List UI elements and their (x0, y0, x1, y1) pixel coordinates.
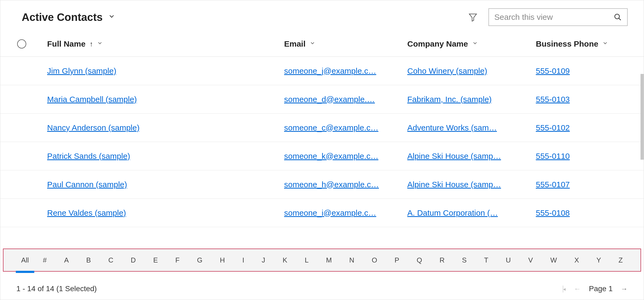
alpha-filter-letter[interactable]: I (241, 254, 246, 266)
alpha-filter-letter[interactable]: P (393, 254, 401, 266)
column-header-company[interactable]: Company Name (407, 39, 536, 48)
email-link[interactable]: someone_c@example.c… (284, 123, 378, 132)
view-title-text: Active Contacts (22, 11, 103, 23)
column-label: Business Phone (536, 39, 598, 48)
email-link[interactable]: someone_d@example.… (284, 95, 375, 104)
header-right (468, 8, 628, 26)
full-name-link[interactable]: Paul Cannon (sample) (47, 180, 127, 189)
column-label: Full Name (47, 39, 85, 48)
phone-link[interactable]: 555-0108 (536, 208, 570, 218)
alpha-filter-letter[interactable]: Y (595, 254, 602, 266)
chevron-down-icon (602, 40, 608, 48)
alpha-filter-letter[interactable]: D (129, 254, 137, 266)
search-box[interactable] (488, 8, 628, 26)
alpha-filter-letter[interactable]: K (281, 254, 289, 266)
alpha-filter-letter[interactable]: Z (617, 254, 624, 266)
company-link[interactable]: Alpine Ski House (samp… (407, 152, 501, 161)
phone-link[interactable]: 555-0109 (536, 66, 570, 76)
view-header: Active Contacts (0, 0, 644, 34)
alpha-filter-letter[interactable]: W (549, 254, 559, 266)
column-label: Company Name (407, 39, 468, 48)
alpha-filter-letter[interactable]: L (303, 254, 310, 266)
scrollbar-vertical[interactable] (641, 74, 644, 160)
grid-header-row: Full Name ↑ Email Company Name Business … (0, 34, 644, 57)
svg-point-1 (615, 14, 620, 19)
company-link[interactable]: Adventure Works (sam… (407, 123, 497, 132)
alpha-filter-letter[interactable]: T (483, 254, 490, 266)
alpha-filter-letter[interactable]: M (325, 254, 334, 266)
alpha-filter-letter[interactable]: N (348, 254, 356, 266)
table-row[interactable]: Patrick Sands (sample)someone_k@example.… (0, 142, 644, 170)
table-row[interactable]: Rene Valdes (sample)someone_i@example.c…… (0, 199, 644, 227)
alpha-filter-letter[interactable]: U (504, 254, 513, 266)
pager: ⎹◂ ← Page 1 → (557, 284, 628, 293)
phone-link[interactable]: 555-0110 (536, 152, 570, 161)
chevron-down-icon (97, 40, 103, 48)
company-link[interactable]: A. Datum Corporation (… (407, 208, 498, 218)
column-header-full-name[interactable]: Full Name ↑ (32, 39, 284, 48)
company-link[interactable]: Alpine Ski House (samp… (407, 180, 501, 189)
email-link[interactable]: someone_i@example.c… (284, 208, 376, 218)
first-page-button[interactable]: ⎹◂ (557, 285, 566, 293)
search-input[interactable] (494, 13, 614, 22)
page-label: Page 1 (589, 284, 613, 293)
phone-link[interactable]: 555-0107 (536, 180, 570, 189)
full-name-link[interactable]: Maria Campbell (sample) (47, 95, 137, 104)
chevron-down-icon (472, 40, 478, 48)
next-page-button[interactable]: → (621, 285, 628, 293)
grid-footer: 1 - 14 of 14 (1 Selected) ⎹◂ ← Page 1 → (0, 278, 644, 300)
email-link[interactable]: someone_j@example.c… (284, 66, 376, 76)
record-count-status: 1 - 14 of 14 (1 Selected) (16, 284, 97, 293)
grid-body: Jim Glynn (sample)someone_j@example.c…Co… (0, 57, 644, 227)
filter-icon[interactable] (468, 12, 478, 22)
full-name-link[interactable]: Patrick Sands (sample) (47, 152, 130, 161)
alpha-filter-letter[interactable]: R (438, 254, 446, 266)
full-name-link[interactable]: Nancy Anderson (sample) (47, 123, 140, 132)
alpha-filter-letter[interactable]: C (107, 254, 115, 266)
full-name-link[interactable]: Rene Valdes (sample) (47, 208, 126, 218)
sort-ascending-icon: ↑ (89, 40, 93, 48)
alpha-filter-letter[interactable]: X (573, 254, 581, 266)
table-row[interactable]: Maria Campbell (sample)someone_d@example… (0, 85, 644, 114)
email-link[interactable]: someone_h@example.c… (284, 180, 379, 189)
select-all-checkbox[interactable] (17, 39, 26, 48)
table-row[interactable]: Paul Cannon (sample)someone_h@example.c…… (0, 170, 644, 199)
view-selector[interactable]: Active Contacts (22, 11, 115, 23)
column-header-email[interactable]: Email (284, 39, 407, 48)
alpha-filter-letter[interactable]: B (85, 254, 92, 266)
prev-page-button[interactable]: ← (574, 285, 581, 293)
chevron-down-icon (108, 12, 115, 22)
alpha-filter-letter[interactable]: E (152, 254, 159, 266)
alpha-filter-letter[interactable]: O (370, 254, 379, 266)
email-link[interactable]: someone_k@example.c… (284, 152, 378, 161)
alpha-filter-letter[interactable]: Q (415, 254, 424, 266)
svg-line-2 (619, 18, 621, 20)
phone-link[interactable]: 555-0102 (536, 123, 570, 132)
alpha-filter-letter[interactable]: S (460, 254, 468, 266)
alpha-filter-letter[interactable]: V (527, 254, 534, 266)
phone-link[interactable]: 555-0103 (536, 95, 570, 104)
alpha-filter-letter[interactable]: G (195, 254, 204, 266)
full-name-link[interactable]: Jim Glynn (sample) (47, 66, 116, 76)
alpha-filter-letter[interactable]: # (41, 254, 48, 266)
chevron-down-icon (310, 40, 315, 48)
company-link[interactable]: Fabrikam, Inc. (sample) (407, 95, 492, 104)
alpha-filter-all[interactable]: All (20, 254, 31, 266)
svg-marker-0 (469, 14, 477, 21)
table-row[interactable]: Jim Glynn (sample)someone_j@example.c…Co… (0, 57, 644, 85)
column-header-phone[interactable]: Business Phone (536, 39, 628, 48)
alpha-filter-letter[interactable]: A (63, 254, 70, 266)
column-label: Email (284, 39, 306, 48)
alpha-filter-bar: All #ABCDEFGHIJKLMNOPQRSTUVWXYZ (3, 249, 641, 272)
alpha-filter-letter[interactable]: J (260, 254, 267, 266)
company-link[interactable]: Coho Winery (sample) (407, 66, 487, 76)
alpha-filter-letter[interactable]: H (218, 254, 227, 266)
select-all-column (11, 39, 32, 48)
table-row[interactable]: Nancy Anderson (sample)someone_c@example… (0, 114, 644, 142)
alpha-filter-letter[interactable]: F (174, 254, 181, 266)
alpha-letters: #ABCDEFGHIJKLMNOPQRSTUVWXYZ (41, 254, 624, 266)
search-icon[interactable] (614, 13, 622, 21)
